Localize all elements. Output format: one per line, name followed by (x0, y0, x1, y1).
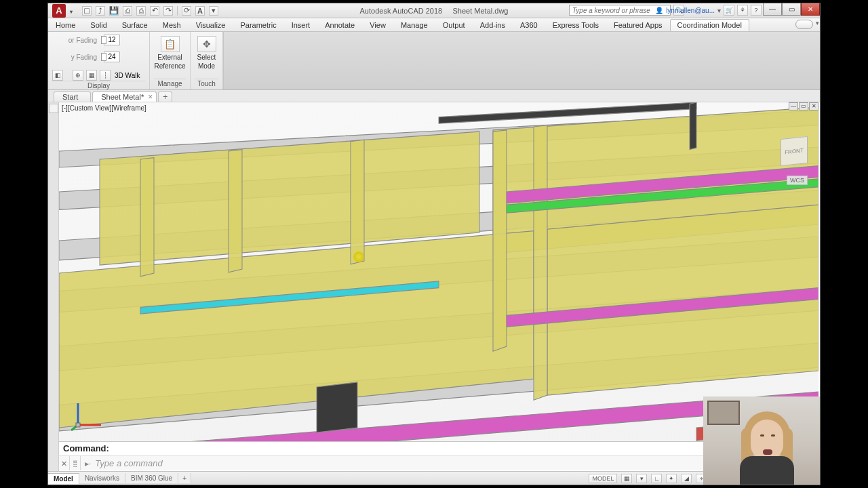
window-controls: — ▭ ✕ (763, 3, 820, 16)
tab-visualize[interactable]: Visualize (189, 19, 233, 31)
share-icon[interactable]: ⚘ (737, 5, 748, 16)
quick-access-toolbar: ▢ ⤴ 💾 ⎙ ⎙ ↶ ↷ ⟳ A ▾ (82, 6, 218, 16)
file-tab-active[interactable]: Sheet Metal* ✕ (92, 92, 157, 102)
file-tabs: Start Sheet Metal* ✕ + (48, 90, 820, 102)
opacity-fading-label: y Fading (52, 54, 98, 61)
file-tab-close-icon[interactable]: ✕ (148, 94, 153, 100)
ribbon-minimize-toggle[interactable] (795, 20, 813, 29)
ribbon: or Fading 12 y Fading 24 ◧ ⊕ ▦ ┆ 3D Walk (48, 32, 820, 90)
tab-home[interactable]: Home (48, 19, 83, 31)
svg-marker-12 (229, 150, 242, 272)
tab-parametric[interactable]: Parametric (233, 19, 283, 31)
tab-mesh[interactable]: Mesh (155, 19, 189, 31)
panel-manage-title: Manage (154, 79, 186, 89)
layout-tab-add[interactable]: + (178, 473, 191, 483)
command-handle-icon[interactable]: ⣿ (70, 456, 81, 470)
qat-saveall-icon[interactable]: ⎙ (123, 6, 132, 16)
tab-express-tools[interactable]: Express Tools (545, 19, 606, 31)
vp-min-icon[interactable]: — (789, 102, 798, 110)
viewport-controls[interactable]: [-][Custom View][Wireframe] (62, 102, 146, 113)
display-tool4-icon[interactable]: ┆ (100, 70, 111, 81)
status-ortho-icon[interactable]: ∟ (651, 474, 662, 483)
layout-tab-navisworks[interactable]: Navisworks (79, 473, 125, 483)
tab-a360[interactable]: A360 (513, 19, 545, 31)
close-button[interactable]: ✕ (801, 3, 820, 16)
status-snap-icon[interactable]: ▾ (636, 474, 647, 483)
display-tool2-icon[interactable]: ⊕ (73, 70, 83, 81)
status-grid-icon[interactable]: ▦ (621, 474, 632, 483)
tab-view[interactable]: View (362, 19, 393, 31)
file-tab-start[interactable]: Start (54, 92, 91, 102)
panel-manage: 📋 External Reference Manage (150, 32, 191, 89)
select-mode-icon: ✥ (197, 36, 216, 52)
layout-tabs: Model Navisworks BIM 360 Glue + (48, 472, 191, 485)
panel-touch: ✥ Select Mode Touch (191, 32, 223, 89)
tab-featured-apps[interactable]: Featured Apps (606, 19, 670, 31)
qat-print-icon[interactable]: ⎙ (136, 6, 146, 16)
layout-tab-model[interactable]: Model (48, 473, 79, 484)
tab-annotate[interactable]: Annotate (317, 19, 362, 31)
command-caret-icon: ▸· (81, 459, 95, 468)
svg-marker-24 (690, 102, 696, 150)
wcs-badge[interactable]: WCS (787, 176, 808, 185)
title-app-name: Autodesk AutoCAD 2018 (360, 7, 443, 15)
external-reference-icon: 📋 (161, 36, 180, 52)
tab-surface[interactable]: Surface (115, 19, 155, 31)
ucs-icon (71, 399, 104, 434)
help-icon[interactable]: ? (751, 5, 762, 16)
ribbon-empty (223, 32, 820, 89)
tab-addins[interactable]: Add-ins (473, 19, 513, 31)
tab-solid[interactable]: Solid (83, 19, 114, 31)
layout-tab-bim360[interactable]: BIM 360 Glue (125, 473, 178, 483)
tab-output[interactable]: Output (435, 19, 473, 31)
viewport-label[interactable]: [-][Custom View][Wireframe] (62, 104, 146, 112)
user-area[interactable]: 👤 lynn.allen@au... ▾ 🛒 ⚘ ? (655, 5, 762, 16)
tab-coordination-model[interactable]: Coordination Model (670, 19, 749, 31)
title-file-name: Sheet Metal.dwg (453, 7, 509, 15)
vp-max-icon[interactable]: ▭ (799, 102, 808, 110)
qat-refresh-icon[interactable]: ⟳ (182, 6, 191, 16)
webcam-overlay (703, 396, 820, 485)
ribbon-tabs: Home Solid Surface Mesh Visualize Parame… (48, 18, 820, 32)
qat-separator (177, 6, 178, 16)
command-close-icon[interactable]: ✕ (59, 456, 70, 470)
tab-insert[interactable]: Insert (284, 19, 318, 31)
3d-walk-button[interactable]: 3D Walk (115, 72, 140, 79)
select-mode-button[interactable]: ✥ Select Mode (195, 35, 219, 71)
qat-new-icon[interactable]: ▢ (82, 6, 92, 16)
qat-save-icon[interactable]: 💾 (109, 6, 119, 16)
status-polar-icon[interactable]: ✦ (666, 474, 677, 483)
panel-display: or Fading 12 y Fading 24 ◧ ⊕ ▦ ┆ 3D Walk (48, 32, 150, 89)
panel-touch-title: Touch (195, 79, 218, 89)
status-model-button[interactable]: MODEL (589, 474, 617, 483)
status-iso-icon[interactable]: ◢ (681, 474, 692, 483)
display-tool1-icon[interactable]: ◧ (52, 70, 63, 81)
gutter-icon[interactable] (49, 104, 58, 113)
viewport-window-controls: — ▭ ✕ (789, 102, 818, 110)
qat-dropdown-icon[interactable]: ▾ (209, 6, 218, 16)
qat-redo-icon[interactable]: ↷ (163, 6, 173, 16)
svg-marker-21 (317, 382, 357, 432)
minimize-button[interactable]: — (763, 3, 782, 16)
vp-close-icon[interactable]: ✕ (809, 102, 818, 110)
exchange-icon[interactable]: 🛒 (724, 5, 734, 16)
viewcube[interactable]: FRONT (781, 136, 808, 166)
cursor-highlight (353, 251, 364, 262)
svg-marker-14 (493, 130, 507, 351)
side-gutter (48, 102, 59, 485)
qat-undo-icon[interactable]: ↶ (150, 6, 159, 16)
user-label: lynn.allen@au... (666, 7, 715, 14)
color-fading-label: or Fading (52, 37, 98, 44)
title-bar: A ▢ ⤴ 💾 ⎙ ⎙ ↶ ↷ ⟳ A ▾ Autodesk AutoCAD 2… (48, 3, 820, 18)
qat-text-icon[interactable]: A (195, 6, 205, 16)
user-icon: 👤 (655, 7, 663, 14)
svg-rect-28 (76, 423, 80, 427)
external-reference-button[interactable]: 📋 External Reference (151, 35, 188, 71)
display-tool3-icon[interactable]: ▦ (86, 70, 97, 81)
svg-marker-15 (534, 125, 547, 401)
maximize-button[interactable]: ▭ (782, 3, 801, 16)
app-menu-button[interactable]: A (52, 4, 66, 18)
file-tab-new[interactable]: + (158, 92, 172, 102)
qat-open-icon[interactable]: ⤴ (96, 6, 105, 16)
tab-manage[interactable]: Manage (393, 19, 435, 31)
